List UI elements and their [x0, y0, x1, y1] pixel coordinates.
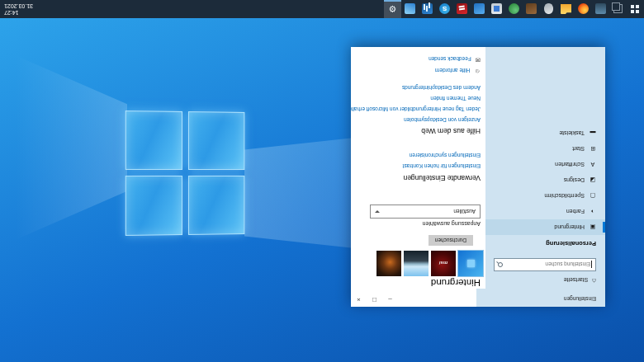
thumbnail-dark-orange[interactable]	[376, 251, 401, 276]
fit-label: Anpassung auswählen	[423, 221, 481, 227]
start-menu-icon: ⊞	[590, 146, 596, 152]
rotated-screen: Einstellungen – □ × ⌂ Startseite Persona	[0, 0, 644, 362]
taskbar-app-red[interactable]	[453, 0, 471, 18]
nav-label: Taskleiste	[559, 130, 585, 136]
sidebar-item-start[interactable]: ⊞ Start	[485, 141, 605, 157]
taskbar-app-firefox[interactable]	[575, 0, 592, 18]
taskbar-app-photos[interactable]	[488, 0, 505, 18]
task-view-button[interactable]	[609, 0, 627, 18]
link-change-background[interactable]: Ändern des Desktophintergrunds	[402, 85, 481, 91]
search-input[interactable]	[504, 262, 590, 268]
page-title: Hintergrund	[431, 278, 481, 288]
taskbar-app-skype[interactable]: S	[436, 0, 453, 18]
related-settings-title: Verwandte Einstellungen	[403, 174, 481, 182]
wallpaper-thumbnails: msi	[376, 251, 483, 276]
photos-app-icon	[491, 4, 502, 15]
sidebar-item-hintergrund[interactable]: ▣ Hintergrund	[485, 219, 605, 235]
windows-logo-wallpaper	[125, 110, 245, 236]
taskbar-app-chart[interactable]	[419, 0, 436, 18]
taskbar-app-brown[interactable]	[523, 0, 540, 18]
windows-logo-pane	[125, 176, 183, 236]
windows-logo-pane	[125, 110, 183, 170]
taskbar-clock[interactable]: 14:27 31.03.2021	[0, 2, 33, 16]
sidebar-item-schriftarten[interactable]: A Schriftarten	[485, 157, 605, 172]
skype-icon: S	[439, 4, 450, 15]
lock-screen-icon: ▢	[590, 193, 596, 199]
nav-label: Sperrbildschirm	[544, 193, 585, 199]
start-button[interactable]	[627, 0, 644, 18]
get-help-label: Hilfe anfordern	[435, 68, 471, 74]
fit-dropdown-value: Ausfüllen	[453, 209, 476, 214]
wave-app-icon	[405, 4, 415, 15]
sidebar-item-designs[interactable]: ◪ Designs	[485, 172, 605, 188]
link-high-contrast[interactable]: Einstellungen für hohen Kontrast	[403, 163, 481, 169]
windows-start-icon	[632, 5, 640, 13]
close-button[interactable]: ×	[351, 294, 367, 307]
msi-label: msi	[439, 261, 447, 266]
red-app-icon	[457, 4, 467, 15]
send-feedback-link[interactable]: ✉ Feedback senden	[429, 56, 481, 63]
link-daily-backgrounds[interactable]: Jeden Tag neue Hintergrundbilder von Mic…	[351, 106, 481, 112]
sidebar-nav: ▣ Hintergrund ◑ Farben ▢ Sperrbildschirm…	[485, 125, 605, 235]
link-show-desktop-icons[interactable]: Anzeigen von Desktopsymbolen	[404, 117, 481, 123]
sidebar-item-taskleiste[interactable]: ▬ Taskleiste	[485, 125, 605, 141]
chart-app-icon	[422, 4, 433, 15]
thumbnail-msi[interactable]: msi	[431, 251, 456, 276]
thumbnail-landscape[interactable]	[404, 251, 429, 276]
thumbnail-windows-default[interactable]	[458, 251, 483, 276]
taskbar-app-file-explorer[interactable]	[557, 0, 575, 18]
help-person-icon: ☺	[474, 68, 481, 74]
web-help-title: Hilfe aus dem Web	[421, 127, 481, 135]
background-image-icon: ▣	[590, 224, 596, 230]
windows-logo-pane	[188, 176, 244, 234]
settings-search-box[interactable]	[494, 258, 596, 271]
taskbar-app-green[interactable]	[505, 0, 523, 18]
feedback-icon: ✉	[476, 56, 481, 63]
settings-sidebar: ⌂ Startseite Personalisierung ▣ Hintergr…	[485, 47, 605, 289]
taskbar-app-monitor[interactable]	[592, 0, 609, 18]
fonts-icon: A	[590, 162, 596, 167]
settings-gear-icon: ⚙	[389, 5, 397, 14]
sidebar-item-home[interactable]: ⌂ Startseite	[485, 277, 605, 289]
sidebar-section-header: Personalisierung	[485, 240, 605, 247]
chevron-down-icon	[375, 210, 380, 213]
blue-app-icon	[474, 4, 485, 15]
light-ray	[0, 49, 127, 247]
sidebar-item-farben[interactable]: ◑ Farben	[485, 204, 605, 219]
clock-date: 31.03.2021	[4, 2, 33, 10]
link-sync-settings[interactable]: Einstellungen synchronisieren	[410, 153, 481, 158]
search-icon	[498, 262, 503, 267]
file-explorer-icon	[561, 4, 571, 15]
get-help-link[interactable]: ☺ Hilfe anfordern	[435, 68, 481, 74]
brown-app-icon	[526, 4, 537, 15]
minimize-button[interactable]: –	[382, 294, 398, 307]
colors-icon: ◑	[590, 209, 596, 214]
taskbar-app-settings[interactable]: ⚙	[384, 0, 401, 18]
settings-content: Hintergrund msi Durchsuchen Anpassung au…	[351, 47, 485, 289]
nav-label: Designs	[564, 177, 585, 183]
taskbar-app-blue[interactable]	[471, 0, 488, 18]
windows-logo-pane	[188, 111, 244, 170]
monitor-app-icon	[595, 4, 606, 15]
caption-buttons: – □ ×	[351, 289, 476, 307]
send-feedback-label: Feedback senden	[429, 57, 471, 63]
title-bar: Einstellungen – □ ×	[351, 289, 605, 307]
clock-time: 14:27	[4, 9, 33, 16]
green-app-icon	[509, 4, 519, 15]
nav-label: Hintergrund	[554, 224, 585, 230]
taskbar-app-mouse[interactable]	[540, 0, 557, 18]
sidebar-item-sperrbildschirm[interactable]: ▢ Sperrbildschirm	[485, 188, 605, 204]
fit-dropdown[interactable]: Ausfüllen	[370, 205, 481, 219]
link-find-themes[interactable]: Neue Themen finden	[430, 96, 481, 101]
settings-window: Einstellungen – □ × ⌂ Startseite Persona	[351, 47, 605, 307]
browse-button[interactable]: Durchsuchen	[429, 235, 473, 246]
mouse-utility-icon	[544, 4, 553, 15]
taskbar: S ⚙ 14:27 31.03.2021	[0, 0, 644, 18]
window-title: Einstellungen	[476, 289, 605, 307]
maximize-button[interactable]: □	[367, 294, 382, 307]
nav-label: Farben	[566, 209, 585, 214]
themes-icon: ◪	[590, 177, 596, 183]
taskbar-settings-icon: ▬	[590, 130, 596, 136]
taskbar-app-wave[interactable]	[401, 0, 419, 18]
home-icon: ⌂	[592, 277, 596, 284]
